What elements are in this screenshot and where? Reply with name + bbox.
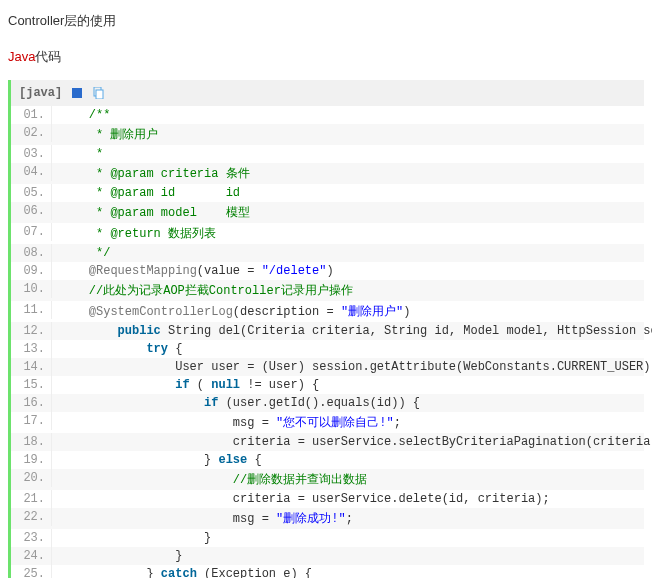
code-token: ;	[346, 512, 353, 526]
code-token: "删除成功!"	[276, 512, 346, 526]
code-token: /**	[89, 108, 111, 122]
code-line: 05. * @param id id	[11, 184, 644, 202]
code-token: * 删除用户	[89, 128, 159, 142]
line-number: 04.	[11, 163, 52, 181]
view-source-icon[interactable]	[70, 87, 83, 100]
code-line: 24. }	[11, 547, 644, 565]
code-token: criteria = userService.selectByCriteriaP…	[233, 435, 652, 449]
code-token: }	[146, 567, 160, 578]
code-token: msg =	[233, 512, 276, 526]
line-number: 16.	[11, 394, 52, 412]
code-token: catch	[161, 567, 197, 578]
line-number: 13.	[11, 340, 52, 358]
code-token: msg =	[233, 416, 276, 430]
code-source: if ( null != user) {	[52, 376, 319, 394]
code-source: try {	[52, 340, 182, 358]
code-line: 16. if (user.getId().equals(id)) {	[11, 394, 644, 412]
code-line: 19. } else {	[11, 451, 644, 469]
code-line: 04. * @param criteria 条件	[11, 163, 644, 184]
line-number: 17.	[11, 412, 52, 430]
code-source: msg = "删除成功!";	[52, 508, 353, 529]
code-language-label: [java]	[19, 86, 62, 100]
code-token: }	[204, 453, 218, 467]
code-source: if (user.getId().equals(id)) {	[52, 394, 420, 412]
line-number: 07.	[11, 223, 52, 241]
code-token: (description =	[233, 305, 341, 319]
code-token: @RequestMapping	[89, 264, 197, 278]
code-token: if	[204, 396, 218, 410]
code-source: * @param criteria 条件	[52, 163, 250, 184]
line-number: 25.	[11, 565, 52, 578]
code-source: }	[52, 529, 211, 547]
code-line: 23. }	[11, 529, 644, 547]
subheading-lang: Java	[8, 49, 35, 64]
code-source: } catch (Exception e) {	[52, 565, 312, 578]
code-source: //删除数据并查询出数据	[52, 469, 367, 490]
code-token: User user = (User) session.getAttribute(…	[175, 360, 652, 374]
copy-icon[interactable]	[91, 87, 104, 100]
line-number: 05.	[11, 184, 52, 202]
code-token: "删除用户"	[341, 305, 403, 319]
code-token: * @param id id	[89, 186, 240, 200]
code-line: 09. @RequestMapping(value = "/delete")	[11, 262, 644, 280]
code-line: 10. //此处为记录AOP拦截Controller记录用户操作	[11, 280, 644, 301]
code-token: null	[211, 378, 240, 392]
code-source: @RequestMapping(value = "/delete")	[52, 262, 334, 280]
code-token: *	[89, 147, 103, 161]
code-token: try	[146, 342, 168, 356]
code-source: msg = "您不可以删除自己!";	[52, 412, 401, 433]
code-token: (value =	[197, 264, 262, 278]
code-line: 13. try {	[11, 340, 644, 358]
code-line: 20. //删除数据并查询出数据	[11, 469, 644, 490]
code-token: //此处为记录AOP拦截Controller记录用户操作	[89, 284, 353, 298]
code-token: (user.getId().equals(id)) {	[218, 396, 420, 410]
code-line: 06. * @param model 模型	[11, 202, 644, 223]
code-token: * @param criteria 条件	[89, 167, 250, 181]
code-token: ;	[394, 416, 401, 430]
code-source: }	[52, 547, 182, 565]
code-source: public String del(Criteria criteria, Str…	[52, 322, 652, 340]
line-number: 08.	[11, 244, 52, 262]
svg-rect-0	[72, 88, 82, 98]
line-number: 21.	[11, 490, 52, 508]
code-line: 17. msg = "您不可以删除自己!";	[11, 412, 644, 433]
code-source: @SystemControllerLog(description = "删除用户…	[52, 301, 410, 322]
line-number: 01.	[11, 106, 52, 124]
code-line: 14. User user = (User) session.getAttrib…	[11, 358, 644, 376]
code-source: criteria = userService.delete(id, criter…	[52, 490, 550, 508]
code-source: * 删除用户	[52, 124, 158, 145]
code-source: User user = (User) session.getAttribute(…	[52, 358, 652, 376]
code-block: [java] 01. /**02. * 删除用户03. *04. * @para…	[8, 80, 644, 578]
line-number: 11.	[11, 301, 52, 319]
code-source: *	[52, 145, 103, 163]
code-line: 22. msg = "删除成功!";	[11, 508, 644, 529]
code-source: * @param model 模型	[52, 202, 250, 223]
code-token: criteria = userService.delete(id, criter…	[233, 492, 550, 506]
code-token: }	[175, 549, 182, 563]
code-source: * @return 数据列表	[52, 223, 216, 244]
code-line: 02. * 删除用户	[11, 124, 644, 145]
code-token: {	[247, 453, 261, 467]
code-source: * @param id id	[52, 184, 240, 202]
code-line: 01. /**	[11, 106, 644, 124]
code-token: )	[326, 264, 333, 278]
line-number: 19.	[11, 451, 52, 469]
line-number: 09.	[11, 262, 52, 280]
line-number: 20.	[11, 469, 52, 487]
code-line: 18. criteria = userService.selectByCrite…	[11, 433, 644, 451]
code-line: 07. * @return 数据列表	[11, 223, 644, 244]
code-line: 21. criteria = userService.delete(id, cr…	[11, 490, 644, 508]
code-token: public	[118, 324, 161, 338]
code-source: } else {	[52, 451, 262, 469]
line-number: 03.	[11, 145, 52, 163]
svg-rect-2	[96, 90, 103, 99]
line-number: 10.	[11, 280, 52, 298]
code-line: 15. if ( null != user) {	[11, 376, 644, 394]
code-token: {	[168, 342, 182, 356]
line-number: 22.	[11, 508, 52, 526]
subheading: Java代码	[8, 48, 644, 66]
code-token: )	[403, 305, 410, 319]
line-number: 15.	[11, 376, 52, 394]
subheading-rest: 代码	[35, 49, 61, 64]
code-line: 11. @SystemControllerLog(description = "…	[11, 301, 644, 322]
